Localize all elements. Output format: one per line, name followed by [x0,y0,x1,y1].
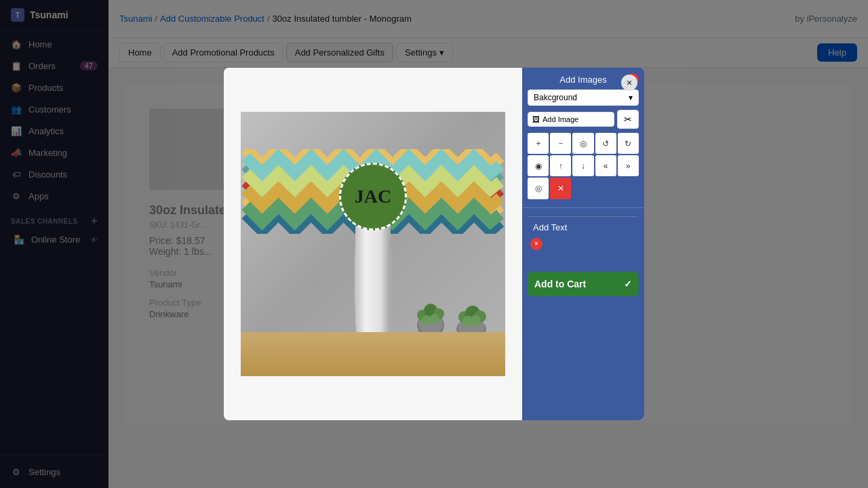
icon-double-left[interactable]: « [595,155,616,176]
icon-grid-row1: ＋ － ◎ ↺ ↻ [528,133,639,154]
product-image-container: JAC [241,112,505,376]
dropdown-arrow-icon: ▾ [629,93,633,102]
modal-overlay: × [0,0,868,488]
plants-decoration [410,271,492,339]
icon-close-red[interactable]: ✕ [550,178,571,199]
image-icon: 🖼 [532,115,540,123]
icon-circle-dot[interactable]: ◉ [528,155,549,176]
icon-double-right[interactable]: » [618,155,639,176]
modal-body: JAC [224,68,644,420]
add-text-button[interactable]: Add Text [528,216,639,238]
monogram-circle: JAC [339,163,407,230]
icon-plus[interactable]: ＋ [528,133,549,154]
modal-panel: Add Images × Bakcground ▾ 🖼 [522,68,644,420]
icon-grid-row3: ◎ ✕ [528,178,639,199]
add-text-close-btn[interactable]: × [530,238,542,250]
icon-circle-sm[interactable]: ◎ [528,178,549,199]
product-customizer-modal: × [224,68,644,420]
modal-image-area: JAC [224,68,522,420]
icon-rotate-left[interactable]: ↺ [595,133,616,154]
add-to-cart-check-icon: ✓ [624,279,632,289]
add-to-cart-section: Add to Cart ✓ [522,266,644,302]
svg-point-16 [470,315,481,326]
add-images-title: Add Images [540,75,627,85]
icon-circle-outline[interactable]: ◎ [572,133,593,154]
modal-close-button[interactable]: × [621,75,637,91]
add-image-button[interactable]: 🖼 Add Image [528,112,614,127]
wood-surface [241,332,505,376]
svg-point-8 [422,315,431,325]
add-to-cart-button[interactable]: Add to Cart ✓ [528,272,639,296]
icon-rotate-right[interactable]: ↻ [618,133,639,154]
svg-point-9 [430,314,439,323]
icon-grid-row2: ◉ ↑ ↓ « » [528,155,639,176]
icon-arrow-up[interactable]: ↑ [550,155,571,176]
background-dropdown[interactable]: Bakcground ▾ [528,89,639,106]
icon-minus[interactable]: － [550,133,571,154]
add-image-row: 🖼 Add Image ✂ [528,110,639,129]
panel-divider-1 [522,207,644,208]
scissors-button[interactable]: ✂ [617,110,639,129]
icon-arrow-down[interactable]: ↓ [572,155,593,176]
scissors-icon: ✂ [624,114,632,125]
add-text-section: Add Text × [522,211,644,256]
